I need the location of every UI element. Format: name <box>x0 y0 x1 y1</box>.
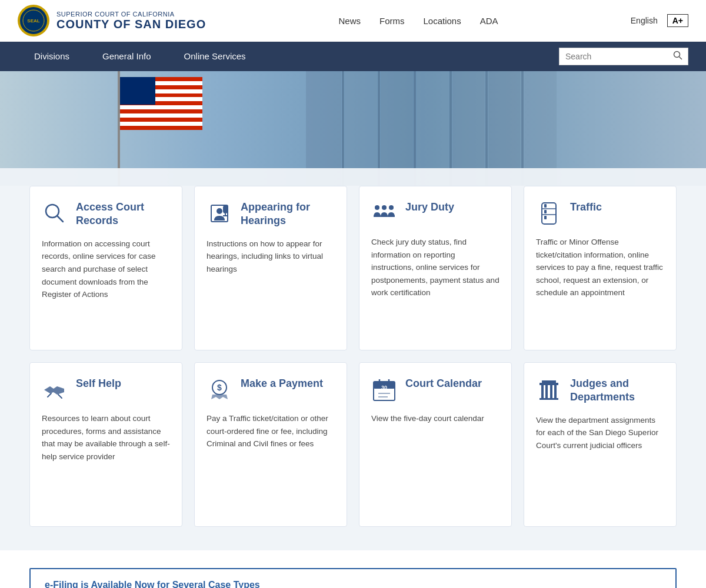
card-jury-duty[interactable]: Jury Duty Check jury duty status, find i… <box>359 186 512 350</box>
svg-rect-32 <box>542 380 556 383</box>
svg-rect-20 <box>544 216 547 219</box>
card-desc: Traffic or Minor Offense ticket/citation… <box>536 236 664 299</box>
svg-rect-15 <box>542 203 556 224</box>
top-nav-right: English A+ <box>631 14 688 27</box>
cards-row-1: Access Court Records Information on acce… <box>29 186 677 350</box>
top-navigation: SEAL SUPERIOR COURT OF CALIFORNIA COUNTY… <box>0 0 706 42</box>
svg-point-8 <box>217 208 222 214</box>
card-desc: Instructions on how to appear for hearin… <box>207 238 335 276</box>
cards-section: Access Court Records Information on acce… <box>0 168 706 550</box>
search-records-icon <box>42 201 68 226</box>
logo-bottom-line: COUNTY OF SAN DIEGO <box>56 18 206 31</box>
card-header: Jury Duty <box>371 201 499 226</box>
svg-line-4 <box>680 57 682 60</box>
svg-rect-9 <box>223 205 228 213</box>
card-header: Access Court Records <box>42 201 170 228</box>
logo-text: SUPERIOR COURT OF CALIFORNIA COUNTY OF S… <box>56 11 206 31</box>
svg-point-12 <box>375 205 379 210</box>
card-title: Self Help <box>76 377 121 390</box>
top-nav-links: News Forms Locations ADA <box>338 16 498 26</box>
card-header: Appearing for Hearings <box>207 201 335 228</box>
card-header: Judges and Departments <box>536 377 664 405</box>
card-header: Traffic <box>536 201 664 226</box>
svg-line-6 <box>57 216 63 222</box>
card-appearing-hearings[interactable]: Appearing for Hearings Instructions on h… <box>194 186 347 350</box>
svg-text:30: 30 <box>381 385 387 390</box>
court-seal: SEAL <box>18 5 49 36</box>
card-title: Jury Duty <box>405 201 454 214</box>
efiling-banner[interactable]: e-Filing is Available Now for Several Ca… <box>29 568 677 588</box>
american-flag <box>120 77 202 130</box>
card-title: Court Calendar <box>405 377 482 390</box>
card-desc: Resources to learn about court procedure… <box>42 412 170 463</box>
secondary-nav-links: Divisions General Info Online Services <box>18 42 262 71</box>
card-court-calendar[interactable]: 30 Court Calendar View the five-day cour… <box>359 362 512 527</box>
svg-text:$: $ <box>217 383 222 392</box>
cards-row-2: Self Help Resources to learn about court… <box>29 362 677 527</box>
search-input[interactable] <box>565 52 668 61</box>
card-make-payment[interactable]: $ Make a Payment Pay a Traffic ticket/ci… <box>194 362 347 527</box>
card-header: $ Make a Payment <box>207 377 335 403</box>
nav-divisions[interactable]: Divisions <box>18 42 86 71</box>
payment-icon: $ <box>207 377 232 403</box>
svg-rect-35 <box>550 385 552 398</box>
svg-rect-18 <box>544 204 547 208</box>
logo-area[interactable]: SEAL SUPERIOR COURT OF CALIFORNIA COUNTY… <box>18 5 206 36</box>
card-title: Make a Payment <box>241 377 323 390</box>
card-title: Traffic <box>570 201 602 214</box>
svg-point-3 <box>674 52 680 58</box>
nav-locations[interactable]: Locations <box>423 16 461 26</box>
card-desc: Check jury duty status, find information… <box>371 236 499 299</box>
hearings-icon <box>207 201 232 226</box>
card-access-court-records[interactable]: Access Court Records Information on acce… <box>29 186 182 350</box>
logo-top-line: SUPERIOR COURT OF CALIFORNIA <box>56 11 206 18</box>
efiling-text: e-Filing is Available Now for Several Ca… <box>45 580 260 588</box>
svg-rect-34 <box>545 385 548 398</box>
jury-icon <box>371 201 397 226</box>
svg-point-14 <box>389 205 394 210</box>
font-size-button[interactable]: A+ <box>667 14 688 27</box>
card-judges-departments[interactable]: Judges and Departments View the departme… <box>524 362 677 527</box>
language-selector[interactable]: English <box>631 16 658 25</box>
card-title: Judges and Departments <box>570 377 664 405</box>
svg-text:SEAL: SEAL <box>27 18 39 24</box>
nav-ada[interactable]: ADA <box>480 16 498 26</box>
search-box[interactable] <box>559 48 688 65</box>
svg-rect-30 <box>540 398 558 400</box>
svg-rect-36 <box>554 385 557 398</box>
card-title: Access Court Records <box>76 201 170 228</box>
card-traffic[interactable]: Traffic Traffic or Minor Offense ticket/… <box>524 186 677 350</box>
card-desc: Pay a Traffic ticket/citation or other c… <box>207 412 335 450</box>
card-header: 30 Court Calendar <box>371 377 499 403</box>
card-desc: Information on accessing court records, … <box>42 238 170 301</box>
building-icon <box>536 377 562 403</box>
card-header: Self Help <box>42 377 170 403</box>
card-desc: View the department assignments for each… <box>536 414 664 452</box>
svg-point-13 <box>382 205 387 210</box>
search-icon[interactable] <box>673 51 682 62</box>
card-self-help[interactable]: Self Help Resources to learn about court… <box>29 362 182 527</box>
nav-forms[interactable]: Forms <box>379 16 405 26</box>
nav-news[interactable]: News <box>338 16 361 26</box>
calendar-icon: 30 <box>371 377 397 403</box>
card-desc: View the five-day court calendar <box>371 412 499 425</box>
svg-rect-31 <box>540 383 558 385</box>
card-title: Appearing for Hearings <box>241 201 335 228</box>
nav-general-info[interactable]: General Info <box>86 42 168 71</box>
traffic-icon <box>536 201 562 226</box>
svg-rect-19 <box>544 210 547 213</box>
self-help-icon <box>42 377 68 403</box>
secondary-navigation: Divisions General Info Online Services <box>0 42 706 71</box>
svg-rect-33 <box>541 385 544 398</box>
nav-online-services[interactable]: Online Services <box>168 42 262 71</box>
